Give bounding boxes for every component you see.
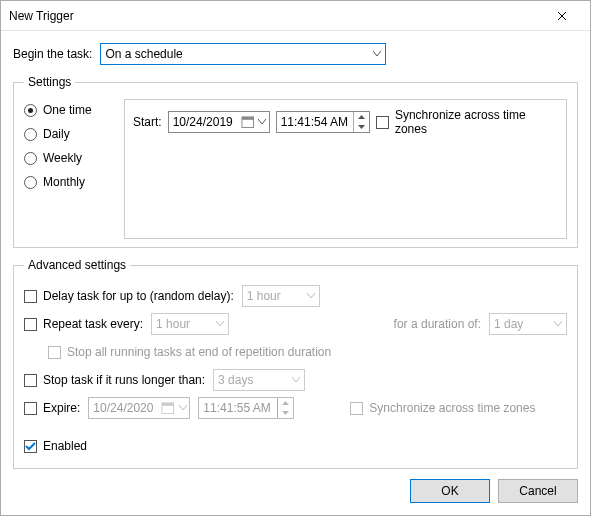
svg-rect-3 — [162, 403, 174, 406]
begin-task-label: Begin the task: — [13, 47, 92, 61]
svg-rect-1 — [242, 117, 254, 120]
chevron-down-icon — [216, 321, 224, 327]
checkbox-sync-timezones[interactable]: Synchronize across time zones — [376, 108, 558, 136]
checkbox-delay-task[interactable]: Delay task for up to (random delay): — [24, 289, 234, 303]
calendar-icon — [161, 400, 175, 416]
checkbox-expire[interactable]: Expire: — [24, 401, 80, 415]
advanced-group: Advanced settings Delay task for up to (… — [13, 258, 578, 469]
checkbox-repeat-task[interactable]: Repeat task every: — [24, 317, 143, 331]
checkbox-stop-all: Stop all running tasks at end of repetit… — [48, 345, 331, 359]
duration-label: for a duration of: — [394, 317, 481, 331]
radio-monthly[interactable]: Monthly — [24, 175, 112, 189]
chevron-down-icon — [179, 405, 187, 411]
close-icon — [557, 11, 567, 21]
start-time-picker[interactable]: 11:41:54 AM — [276, 111, 370, 133]
spin-up-icon[interactable] — [278, 398, 293, 408]
begin-task-value: On a schedule — [105, 47, 182, 61]
window-title: New Trigger — [9, 9, 542, 23]
spin-down-icon[interactable] — [354, 122, 369, 132]
settings-group: Settings One time Daily Weekly Monthly S… — [13, 75, 578, 248]
start-date-picker[interactable]: 10/24/2019 — [168, 111, 270, 133]
spin-buttons[interactable] — [277, 398, 293, 418]
cancel-button[interactable]: Cancel — [498, 479, 578, 503]
checkbox-sync-timezones-expire: Synchronize across time zones — [350, 401, 535, 415]
radio-daily[interactable]: Daily — [24, 127, 112, 141]
close-button[interactable] — [542, 2, 582, 30]
chevron-down-icon — [554, 321, 562, 327]
radio-weekly[interactable]: Weekly — [24, 151, 112, 165]
chevron-down-icon — [258, 119, 266, 125]
chevron-down-icon — [307, 293, 315, 299]
expire-date-picker[interactable]: 10/24/2020 — [88, 397, 190, 419]
checkbox-stop-if-longer[interactable]: Stop task if it runs longer than: — [24, 373, 205, 387]
duration-combo[interactable]: 1 day — [489, 313, 567, 335]
start-date-value: 10/24/2019 — [173, 115, 233, 129]
advanced-legend: Advanced settings — [24, 258, 130, 272]
chevron-down-icon — [373, 51, 381, 57]
ok-button[interactable]: OK — [410, 479, 490, 503]
spin-up-icon[interactable] — [354, 112, 369, 122]
stop-if-combo[interactable]: 3 days — [213, 369, 305, 391]
start-label: Start: — [133, 115, 162, 129]
spin-buttons[interactable] — [353, 112, 369, 132]
checkbox-enabled[interactable]: Enabled — [24, 439, 87, 453]
radio-one-time[interactable]: One time — [24, 103, 112, 117]
chevron-down-icon — [292, 377, 300, 383]
delay-combo[interactable]: 1 hour — [242, 285, 320, 307]
spin-down-icon[interactable] — [278, 408, 293, 418]
schedule-panel: Start: 10/24/2019 11:41:54 AM — [124, 99, 567, 239]
start-time-value: 11:41:54 AM — [281, 115, 348, 129]
calendar-icon — [241, 114, 255, 130]
titlebar: New Trigger — [1, 1, 590, 31]
settings-legend: Settings — [24, 75, 75, 89]
expire-time-picker[interactable]: 11:41:55 AM — [198, 397, 294, 419]
begin-task-select[interactable]: On a schedule — [100, 43, 386, 65]
dialog-new-trigger: New Trigger Begin the task: On a schedul… — [0, 0, 591, 516]
repeat-every-combo[interactable]: 1 hour — [151, 313, 229, 335]
